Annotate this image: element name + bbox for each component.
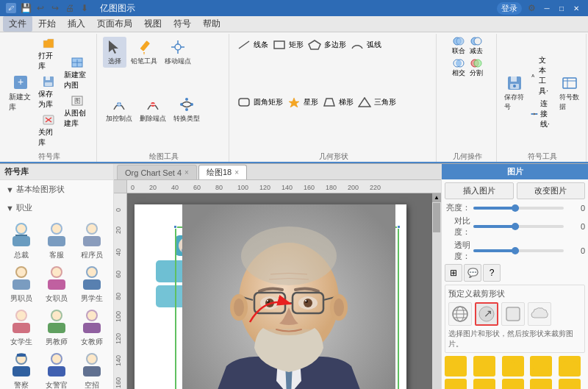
clip-cloud-icon[interactable]	[528, 302, 551, 326]
symbol-item-male-worker[interactable]: 男职员	[4, 263, 38, 305]
contrast-thumb[interactable]	[512, 223, 519, 230]
star-btn[interactable]: 星形	[285, 94, 320, 110]
union-btn[interactable]: 联合	[451, 35, 467, 57]
login-button[interactable]: 登录	[497, 2, 522, 15]
clip-rect-icon[interactable]	[501, 302, 525, 326]
menu-insert[interactable]: 插入	[62, 16, 91, 32]
add-point-btn[interactable]: 加控制点	[103, 94, 135, 125]
symbol-item-police[interactable]: 警察	[4, 350, 38, 389]
symbol-item-service[interactable]: 客服	[40, 220, 74, 262]
symbol-item-male-teacher[interactable]: 男教师	[40, 307, 74, 349]
chat-btn[interactable]: 💬	[464, 264, 481, 282]
scroll-thumb-v[interactable]	[433, 203, 440, 232]
line-btn[interactable]: 线条	[235, 37, 270, 53]
symbol-item-female-teacher[interactable]: 女教师	[75, 307, 109, 349]
shape-star5[interactable]	[502, 356, 524, 376]
shape-rounded-rect[interactable]	[559, 356, 581, 376]
menu-view[interactable]: 视图	[138, 16, 168, 32]
menu-start[interactable]: 开始	[32, 16, 62, 32]
doc-tab-orgchart4[interactable]: Org Chart Set 4 ×	[117, 165, 197, 179]
arc-btn[interactable]: 弧线	[348, 37, 383, 53]
transform-btn[interactable]: 转换类型	[171, 94, 203, 125]
clip-circle-icon[interactable]: ↗	[475, 302, 498, 326]
ruler-corner	[114, 180, 127, 193]
career-toggle[interactable]: ▼ 职业	[3, 200, 110, 215]
shape-pentagon[interactable]	[445, 356, 467, 376]
shape-cross[interactable]	[473, 379, 495, 389]
new-diagram-btn[interactable]: 新建室内图	[62, 54, 92, 91]
shape-diamond[interactable]	[559, 379, 581, 389]
qa-undo-btn[interactable]: ↩	[34, 1, 47, 15]
rect-btn[interactable]: 矩形	[270, 37, 305, 53]
shape-hexagon[interactable]	[502, 379, 524, 389]
expand-btn[interactable]: ⊞	[445, 264, 462, 282]
change-picture-btn[interactable]: 改变图片	[517, 182, 586, 199]
symbol-data-btn[interactable]: 符号数据	[556, 73, 583, 113]
delete-point-btn[interactable]: 删除端点	[137, 94, 169, 125]
maximize-btn[interactable]: □	[556, 3, 567, 13]
subtract-btn[interactable]: 减去	[468, 35, 484, 57]
close-lib-btn[interactable]: 关闭库	[37, 112, 61, 149]
menu-layout[interactable]: 页面布局	[91, 16, 138, 32]
close-btn[interactable]: ✕	[570, 3, 582, 13]
brightness-thumb[interactable]	[512, 204, 519, 212]
pencil-tool-btn[interactable]: 铅笔工具	[128, 37, 160, 68]
basic-shapes-toggle[interactable]: ▼ 基本绘图形状	[3, 182, 110, 197]
open-file-btn[interactable]: 打开库	[37, 35, 61, 72]
orgchart-tab-close[interactable]: ×	[184, 168, 189, 176]
from-template-btn[interactable]: 图 从图创建库	[62, 93, 92, 129]
shape-cloud[interactable]	[530, 379, 552, 389]
scroll-track-v[interactable]	[432, 202, 441, 389]
shape-callout-rect[interactable]	[530, 356, 552, 376]
move-point-btn[interactable]: 移动端点	[162, 37, 194, 68]
qa-save-btn[interactable]: 💾	[19, 1, 32, 15]
symbol-item-pilot[interactable]: 空招	[75, 350, 109, 389]
menu-file[interactable]: 文件	[3, 16, 32, 32]
menu-help[interactable]: 帮助	[197, 16, 226, 32]
save-lib-btn[interactable]: 保存为库	[37, 74, 61, 110]
contrast-track[interactable]	[473, 225, 564, 228]
symbol-item-female-police[interactable]: 女警官	[40, 350, 74, 389]
text-tool-btn[interactable]: A 文本工具·	[529, 54, 555, 97]
polygon-btn[interactable]: 多边形	[306, 37, 348, 53]
scrollbar-v[interactable]: ▲ ▼	[432, 193, 441, 389]
scroll-up-btn[interactable]: ▲	[432, 193, 441, 202]
brightness-track[interactable]	[473, 207, 564, 210]
settings-btn[interactable]: ⚙	[525, 1, 538, 15]
help-btn[interactable]: ?	[483, 264, 501, 282]
title-bar: 🖊 💾 ↩ ↪ 🖨 ⬇ 亿图图示 登录 ⚙ ─ □ ✕	[0, 0, 588, 16]
rounded-rect-btn[interactable]: 圆角矩形	[235, 94, 284, 110]
clip-globe-icon[interactable]	[448, 302, 472, 326]
triangle-btn[interactable]: 三角形	[356, 94, 398, 110]
transparency-track[interactable]	[473, 249, 564, 252]
svg-text:60: 60	[193, 184, 201, 191]
transparency-thumb[interactable]	[512, 247, 519, 254]
menu-symbol[interactable]: 符号	[168, 16, 197, 32]
shape-arrow-right[interactable]	[473, 356, 495, 376]
intersect-btn[interactable]: 相交	[451, 57, 467, 79]
save-symbol-btn[interactable]: 保存符号	[501, 73, 528, 113]
doc-tab-draw18[interactable]: 绘图18 ×	[198, 165, 247, 179]
select-tool-btn[interactable]: 选择	[103, 37, 126, 68]
svg-point-71	[52, 268, 61, 276]
symbol-item-programmer[interactable]: 程序员	[75, 220, 109, 262]
new-lib-btn[interactable]: + 新建文库	[6, 72, 35, 114]
ladder-btn[interactable]: 梯形	[320, 94, 355, 110]
symbol-item-female-student[interactable]: 女学生	[4, 307, 38, 349]
canvas-column: Org Chart Set 4 × 绘图18 × 0 20 40 60	[114, 164, 441, 389]
qa-export-btn[interactable]: ⬇	[78, 1, 91, 15]
qa-print-btn[interactable]: 🖨	[63, 1, 76, 15]
draw18-tab-close[interactable]: ×	[234, 168, 239, 176]
qa-redo-btn[interactable]: ↪	[49, 1, 62, 15]
symbol-item-male-student[interactable]: 男学生	[75, 263, 109, 305]
connect-line-btn[interactable]: 连接线·	[529, 98, 555, 130]
shape-heart[interactable]	[445, 379, 467, 389]
svg-rect-46	[511, 76, 517, 82]
minimize-btn[interactable]: ─	[541, 3, 553, 13]
app-title: 亿图图示	[100, 2, 135, 15]
symbol-item-female-worker[interactable]: 女职员	[40, 263, 74, 305]
insert-picture-btn[interactable]: 插入图片	[445, 182, 514, 199]
symbol-item-manager[interactable]: 总裁	[4, 220, 38, 262]
divide-btn[interactable]: 分割	[468, 57, 484, 79]
canvas-viewport[interactable]: Add-Your-Title-Here Replace your text he…	[127, 193, 441, 389]
